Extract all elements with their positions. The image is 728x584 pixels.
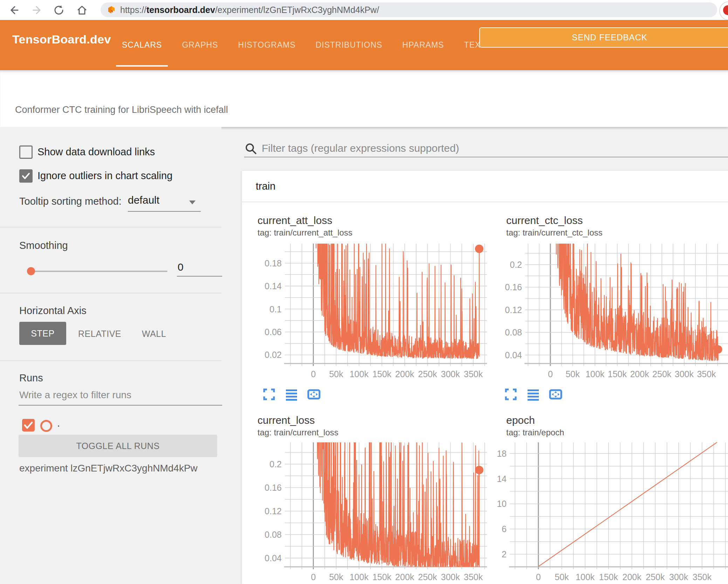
axis-wall-button[interactable]: WALL [142, 329, 166, 339]
svg-text:50k: 50k [565, 369, 580, 379]
runs-filter-input[interactable] [19, 389, 222, 406]
avatar-badge [723, 5, 728, 15]
chart-title-current-loss: current_loss [257, 414, 315, 426]
run-name: . [57, 417, 60, 429]
chart-tag-current-loss: tag: train/current_loss [257, 428, 338, 437]
send-feedback-button[interactable]: SEND FEEDBACK [479, 27, 728, 48]
svg-text:150k: 150k [372, 369, 392, 379]
svg-text:50k: 50k [555, 572, 569, 582]
nav-tabs: SCALARS GRAPHS HISTOGRAMS DISTRIBUTIONS … [120, 20, 488, 70]
tab-distributions[interactable]: DISTRIBUTIONS [314, 21, 384, 69]
expand-chart-icon[interactable] [262, 387, 276, 401]
section-title[interactable]: train [256, 181, 275, 192]
svg-text:200k: 200k [395, 572, 414, 582]
tensorboard-favicon-icon [107, 5, 116, 14]
app-header: TensorBoard.dev SCALARS GRAPHS HISTOGRAM… [0, 20, 728, 70]
back-icon[interactable] [8, 5, 19, 16]
reload-icon[interactable] [53, 5, 64, 16]
settings-sidebar: Show data download links Ignore outliers… [0, 127, 221, 584]
svg-text:200k: 200k [395, 369, 414, 379]
experiment-title-bar: Conformer CTC training for LibriSpeech w… [0, 70, 728, 127]
runs-selector-icon[interactable] [284, 387, 298, 401]
tag-filter-input[interactable] [261, 142, 725, 158]
axis-relative-button[interactable]: RELATIVE [78, 329, 121, 339]
svg-text:350k: 350k [693, 572, 712, 582]
svg-text:200k: 200k [630, 369, 649, 379]
svg-text:350k: 350k [464, 369, 483, 379]
svg-text:0.16: 0.16 [265, 483, 282, 493]
svg-text:300k: 300k [441, 369, 460, 379]
svg-text:0.12: 0.12 [505, 305, 522, 315]
svg-text:0: 0 [311, 369, 316, 379]
tab-scalars[interactable]: SCALARS [120, 21, 164, 69]
svg-text:350k: 350k [464, 572, 483, 582]
ignore-outliers-checkbox[interactable] [19, 169, 33, 183]
svg-text:350k: 350k [697, 369, 716, 379]
run-color-swatch[interactable] [40, 420, 52, 432]
smoothing-slider-handle[interactable] [27, 267, 35, 275]
svg-text:0.08: 0.08 [505, 327, 522, 337]
check-icon [22, 419, 35, 432]
svg-text:14: 14 [497, 474, 507, 484]
svg-text:0.16: 0.16 [505, 282, 522, 292]
svg-text:6: 6 [502, 524, 507, 534]
forward-icon[interactable] [32, 5, 43, 16]
runs-selector-icon[interactable] [526, 387, 540, 401]
search-icon [244, 142, 257, 155]
svg-text:300k: 300k [669, 572, 688, 582]
svg-text:100k: 100k [350, 572, 369, 582]
svg-text:0: 0 [548, 369, 553, 379]
tab-hparams[interactable]: HPARAMS [400, 21, 446, 69]
browser-toolbar: https://tensorboard.dev/experiment/lzGnE… [0, 0, 728, 20]
check-icon [20, 170, 32, 182]
latest-value-dot [475, 245, 483, 253]
svg-text:250k: 250k [418, 369, 437, 379]
profile-avatar[interactable] [719, 1, 728, 20]
smoothing-value-input[interactable] [177, 261, 222, 277]
svg-text:0.2: 0.2 [510, 260, 522, 270]
chart-title-current-ctc-loss: current_ctc_loss [506, 215, 583, 226]
svg-text:0.18: 0.18 [265, 258, 282, 268]
chart-tag-current-att-loss: tag: train/current_att_loss [257, 228, 352, 238]
series-line [538, 440, 721, 566]
svg-text:300k: 300k [675, 369, 694, 379]
chevron-down-icon [189, 201, 195, 204]
expand-chart-icon[interactable] [504, 387, 518, 401]
axis-step-button[interactable]: STEP [19, 322, 66, 345]
home-icon[interactable] [76, 5, 88, 16]
toggle-all-runs-button[interactable]: TOGGLE ALL RUNS [19, 435, 217, 457]
show-download-links-checkbox[interactable] [19, 145, 33, 159]
run-checkbox[interactable] [22, 419, 35, 432]
input-underline [244, 157, 728, 157]
runs-label: Runs [19, 372, 43, 384]
divider [0, 360, 221, 361]
address-bar[interactable]: https://tensorboard.dev/experiment/lzGnE… [101, 2, 717, 17]
tab-graphs[interactable]: GRAPHS [180, 21, 220, 69]
svg-text:150k: 150k [599, 572, 618, 582]
svg-text:250k: 250k [652, 369, 672, 379]
svg-text:250k: 250k [418, 572, 437, 582]
show-download-links-label: Show data download links [37, 146, 155, 158]
fit-domain-icon[interactable] [549, 387, 563, 401]
smoothing-label: Smoothing [19, 240, 68, 251]
svg-text:150k: 150k [372, 572, 392, 582]
url-text: https://tensorboard.dev/experiment/lzGnE… [120, 5, 379, 15]
svg-text:100k: 100k [585, 369, 605, 379]
svg-text:50k: 50k [329, 572, 343, 582]
divider [0, 227, 221, 228]
svg-text:0: 0 [536, 572, 541, 582]
horizontal-axis-label: Horizontal Axis [19, 305, 87, 317]
chart-current-att-loss[interactable]: 050k100k150k200k250k300k350k0.020.060.10… [265, 241, 489, 381]
tab-histograms[interactable]: HISTOGRAMS [236, 21, 297, 69]
chart-current-loss[interactable]: 050k100k150k200k250k300k350k0.040.080.12… [265, 441, 489, 584]
fit-domain-icon[interactable] [307, 387, 321, 401]
svg-text:150k: 150k [608, 369, 627, 379]
chart-tag-current-ctc-loss: tag: train/current_ctc_loss [506, 228, 603, 238]
divider [0, 293, 221, 293]
chart-current-ctc-loss[interactable]: 050k100k150k200k250k300k350k0.040.080.12… [504, 241, 728, 381]
smoothing-slider-track[interactable] [31, 271, 167, 272]
svg-text:0.04: 0.04 [505, 350, 522, 360]
svg-text:0.2: 0.2 [269, 459, 282, 469]
chart-toolbar-att-loss [262, 387, 321, 401]
chart-epoch[interactable]: 050k100k150k200k250k300k350k26101418 [487, 441, 728, 584]
